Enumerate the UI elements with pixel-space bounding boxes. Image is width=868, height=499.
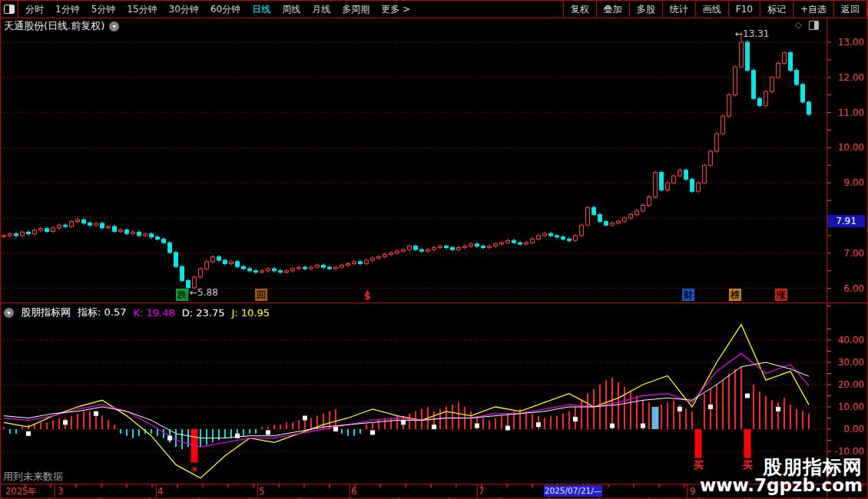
title-right-icons: ◇ xyxy=(795,20,819,30)
event-marker-跌: 跌 xyxy=(176,289,188,301)
stock-title: 天通股份(日线.前复权) xyxy=(4,19,104,33)
indicator-axis-label: -10.00 xyxy=(830,446,864,457)
indicator-chevron-icon[interactable] xyxy=(4,308,14,318)
timeline-month-7: 7 xyxy=(479,486,484,497)
timeline-divider xyxy=(350,484,350,497)
chart-title-bar: 天通股份(日线.前复权) xyxy=(4,19,119,33)
timeline-divider xyxy=(687,484,687,497)
watermark: 股朋指标网 www.7gpzb.com xyxy=(700,458,863,494)
timeline-year-label: 2025年 xyxy=(5,486,37,497)
timeline-divider xyxy=(55,484,55,497)
panel-separator-line xyxy=(1,302,868,303)
timeline-month-4: 4 xyxy=(157,486,163,497)
indicator-axis-label: 40.00 xyxy=(830,335,864,345)
timeline-selected-date[interactable]: 2025/07/21/— xyxy=(544,485,602,497)
indicator-axis-label: 20.00 xyxy=(830,379,864,390)
price-axis-label: 11.00 xyxy=(830,107,864,118)
indicator-value: 指标: 0.57 xyxy=(78,306,126,319)
price-axis-label: 6.00 xyxy=(830,283,864,294)
axis-separator-line xyxy=(827,18,827,497)
chart-canvas[interactable]: ✳买买 xyxy=(1,1,868,499)
high-price-annotation: ←13.31 xyxy=(735,28,769,39)
event-marker-涨: 涨 xyxy=(775,289,787,301)
price-axis-label: 12.00 xyxy=(830,72,864,83)
timeline-month-5: 5 xyxy=(259,486,264,497)
indicator-header: 股朋指标网 指标: 0.57 K: 19.48 D: 23.75 J: 10.9… xyxy=(4,306,270,319)
price-axis-label: 10.00 xyxy=(830,142,864,153)
diamond-icon[interactable]: ◇ xyxy=(795,20,801,30)
timeline-month-3: 3 xyxy=(58,486,63,497)
price-axis-label: 7.00 xyxy=(830,248,864,259)
indicator-d-value: D: 23.75 xyxy=(182,307,225,319)
watermark-line2: www.7gpzb.com xyxy=(700,477,863,494)
indicator-j-value: J: 10.95 xyxy=(231,307,270,319)
split-pane-icon[interactable] xyxy=(809,21,819,30)
low-price-annotation: ←5.88 xyxy=(190,287,218,298)
timeline-divider xyxy=(257,484,258,497)
event-marker-$: ▲$ xyxy=(361,289,373,301)
future-data-note: 用到未来数据 xyxy=(3,470,63,484)
timeline-month-9: 9 xyxy=(690,486,695,497)
app-window: 分时 1分钟 5分钟 15分钟 30分钟 60分钟 日线 周线 月线 多周期 更… xyxy=(0,0,868,499)
event-marker-榜: 榜 xyxy=(729,289,741,301)
watermark-line1: 股朋指标网 xyxy=(700,458,863,477)
indicator-k-value: K: 19.48 xyxy=(133,307,174,319)
current-price-badge: 7.91 xyxy=(827,215,865,227)
chevron-down-icon[interactable] xyxy=(109,21,119,31)
timeline-divider xyxy=(477,484,478,497)
indicator-axis-label: 0.00 xyxy=(830,424,864,435)
indicator-axis-label: 10.00 xyxy=(830,402,864,412)
event-marker-财: 财 xyxy=(682,289,694,301)
event-marker-回: 回 xyxy=(255,289,267,301)
timeline-month-6: 6 xyxy=(351,486,356,497)
price-axis-label: 9.00 xyxy=(830,177,864,188)
price-axis-label: 13.00 xyxy=(830,37,864,48)
indicator-source-label: 股朋指标网 xyxy=(21,306,71,319)
timeline-divider xyxy=(156,484,157,497)
indicator-axis-label: 30.00 xyxy=(830,357,864,368)
